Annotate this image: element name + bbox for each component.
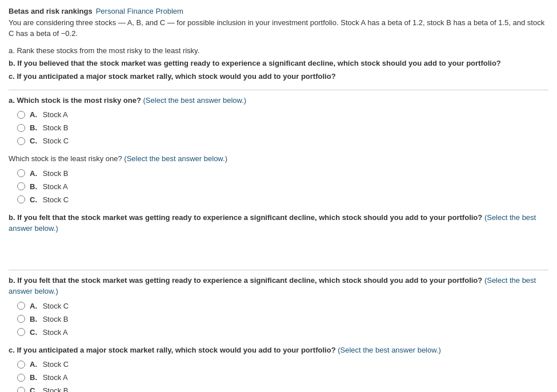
- option-letter: A.: [30, 360, 37, 369]
- divider-mid: [9, 270, 548, 270]
- list-item: C. Stock C: [17, 137, 548, 145]
- instruction-a: a. Rank these stocks from the most risky…: [9, 45, 548, 57]
- list-item: B. Stock B: [17, 315, 548, 323]
- instructions-block: a. Rank these stocks from the most risky…: [9, 45, 548, 83]
- list-item: A. Stock B: [17, 169, 548, 178]
- question-a-least-options: A. Stock B B. Stock A C. Stock C: [17, 169, 548, 204]
- radio-a-least-C[interactable]: [17, 195, 25, 203]
- radio-a-least-B[interactable]: [17, 182, 25, 190]
- radio-a-most-A[interactable]: [17, 111, 25, 119]
- option-text: Stock A: [43, 328, 68, 337]
- option-text: Stock A: [43, 110, 68, 119]
- question-b-options: A. Stock C B. Stock B C. Stock A: [17, 302, 548, 337]
- list-item: B. Stock A: [17, 373, 548, 382]
- question-c-section: c. If you anticipated a major stock mark…: [9, 345, 548, 392]
- question-c-options: A. Stock C B. Stock A C. Stock B: [17, 360, 548, 392]
- list-item: A. Stock C: [17, 360, 548, 369]
- option-label[interactable]: A. Stock C: [30, 360, 69, 369]
- bold-title: Betas and risk rankings: [9, 6, 93, 17]
- option-label[interactable]: A. Stock A: [30, 110, 68, 119]
- option-letter: C.: [30, 386, 37, 392]
- option-text: Stock C: [43, 360, 69, 369]
- list-item: A. Stock A: [17, 110, 548, 119]
- question-c-label: c. If you anticipated a major stock mark…: [9, 345, 548, 356]
- question-a-least-section: Which stock is the least risky one? (Sel…: [9, 153, 548, 204]
- option-label[interactable]: B. Stock B: [30, 315, 68, 323]
- question-a-most-hint: (Select the best answer below.): [143, 96, 247, 105]
- option-label[interactable]: B. Stock A: [30, 373, 68, 382]
- question-a-most-label: a. Which stock is the most risky one? (S…: [9, 95, 548, 106]
- radio-b-C[interactable]: [17, 328, 25, 336]
- question-b-full-section: b. If you felt that the stock market was…: [9, 275, 548, 337]
- list-item: B. Stock B: [17, 123, 548, 132]
- option-letter: B.: [30, 182, 37, 191]
- radio-b-A[interactable]: [17, 302, 25, 310]
- list-item: A. Stock C: [17, 302, 548, 310]
- option-letter: B.: [30, 123, 37, 132]
- option-label[interactable]: A. Stock B: [30, 169, 68, 178]
- option-letter: A.: [30, 302, 37, 310]
- question-b-preview-text: b. If you felt that the stock market was…: [9, 213, 482, 222]
- option-text: Stock B: [43, 169, 69, 178]
- divider-top: [9, 90, 548, 90]
- option-text: Stock C: [43, 195, 69, 204]
- list-item: C. Stock C: [17, 195, 548, 204]
- option-label[interactable]: C. Stock C: [30, 195, 69, 204]
- list-item: C. Stock A: [17, 328, 548, 337]
- instruction-c: c. If you anticipated a major stock mark…: [9, 72, 336, 81]
- option-letter: A.: [30, 169, 37, 178]
- option-label[interactable]: C. Stock B: [30, 386, 68, 392]
- question-a-least-hint: (Select the best answer below.): [124, 154, 227, 163]
- option-label[interactable]: B. Stock B: [30, 123, 68, 132]
- spacer-1: [9, 242, 548, 265]
- option-text: Stock B: [43, 315, 69, 323]
- list-item: B. Stock A: [17, 182, 548, 191]
- question-c-text: c. If you anticipated a major stock mark…: [9, 346, 336, 354]
- option-label[interactable]: B. Stock A: [30, 182, 68, 191]
- radio-c-A[interactable]: [17, 361, 25, 369]
- question-a-most-text: a. Which stock is the most risky one?: [9, 96, 141, 105]
- question-a-most-section: a. Which stock is the most risky one? (S…: [9, 95, 548, 146]
- radio-c-B[interactable]: [17, 374, 25, 382]
- option-letter: B.: [30, 373, 37, 382]
- personal-finance-link[interactable]: Personal Finance Problem: [96, 6, 183, 17]
- radio-b-B[interactable]: [17, 315, 25, 323]
- option-letter: C.: [30, 137, 37, 145]
- radio-c-C[interactable]: [17, 387, 25, 392]
- option-letter: C.: [30, 328, 37, 337]
- option-label[interactable]: A. Stock C: [30, 302, 69, 310]
- option-text: Stock C: [43, 302, 69, 310]
- instruction-b: b. If you believed that the stock market…: [9, 59, 501, 67]
- option-letter: B.: [30, 315, 37, 323]
- radio-a-most-C[interactable]: [17, 137, 25, 145]
- question-a-least-label: Which stock is the least risky one? (Sel…: [9, 153, 548, 165]
- option-letter: C.: [30, 195, 37, 204]
- list-item: C. Stock B: [17, 386, 548, 392]
- radio-a-most-B[interactable]: [17, 124, 25, 132]
- question-a-most-options: A. Stock A B. Stock B C. Stock C: [17, 110, 548, 145]
- radio-a-least-A[interactable]: [17, 169, 25, 177]
- option-label[interactable]: C. Stock A: [30, 328, 68, 337]
- question-c-hint: (Select the best answer below.): [338, 346, 441, 354]
- question-b-full-label: b. If you felt that the stock market was…: [9, 275, 548, 297]
- question-a-least-text: Which stock is the least risky one?: [9, 154, 122, 163]
- option-text: Stock C: [43, 137, 69, 145]
- option-text: Stock A: [43, 182, 68, 191]
- option-label[interactable]: C. Stock C: [30, 137, 69, 145]
- option-text: Stock B: [43, 386, 69, 392]
- question-b-preview-label: b. If you felt that the stock market was…: [9, 212, 548, 234]
- header-block: Betas and risk rankings Personal Finance…: [9, 6, 548, 39]
- question-b-full-text: b. If you felt that the stock market was…: [9, 276, 482, 285]
- option-text: Stock A: [43, 373, 68, 382]
- header-description: You are considering three stocks — A, B,…: [9, 17, 548, 39]
- option-text: Stock B: [43, 123, 69, 132]
- option-letter: A.: [30, 110, 37, 119]
- question-b-preview-section: b. If you felt that the stock market was…: [9, 212, 548, 234]
